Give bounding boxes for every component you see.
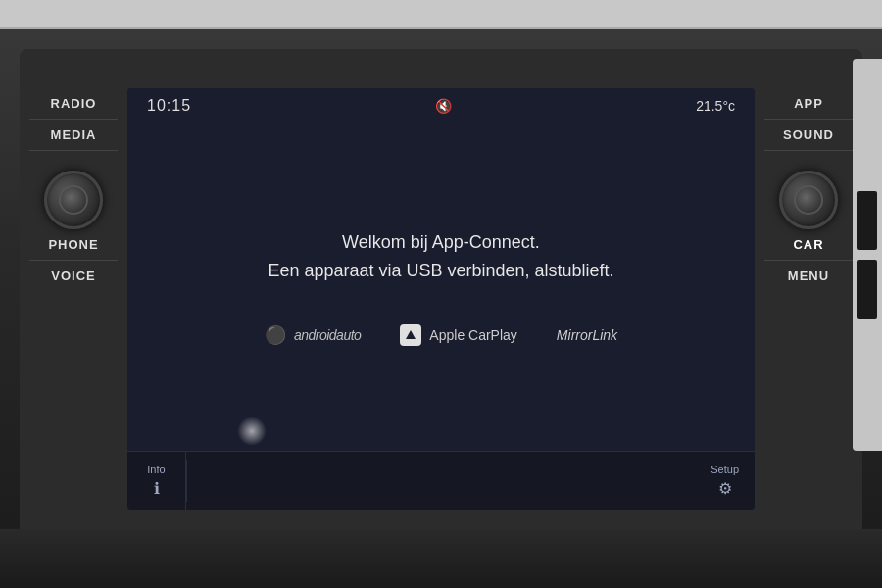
usb-slot: [858, 191, 877, 250]
mirrorlink-label: MirrorLink: [557, 327, 617, 343]
right-side-panel: [853, 59, 882, 451]
android-auto-label: androidauto: [294, 327, 361, 343]
welcome-text: Welkom bij App-Connect. Een apparaat via…: [268, 228, 613, 285]
left-knob[interactable]: [44, 171, 103, 229]
right-controls: APP SOUND CAR MENU: [755, 49, 862, 549]
bottom-spacer: [187, 452, 695, 510]
menu-button[interactable]: MENU: [764, 261, 853, 291]
infotainment-screen: 10:15 🔇 21.5°c Welkom bij App-Connect. E…: [127, 88, 755, 510]
phone-button[interactable]: PHONE: [29, 229, 118, 261]
app-button[interactable]: APP: [764, 88, 853, 120]
android-icon: ⚫: [265, 324, 286, 346]
info-icon: ℹ: [154, 479, 160, 498]
left-knob-container: [44, 171, 103, 229]
screen-bottom-bar: Info ℹ Setup ⚙: [127, 451, 755, 510]
temperature-display: 21.5°c: [696, 98, 735, 114]
info-tab-label: Info: [147, 464, 165, 475]
svg-marker-0: [406, 330, 416, 339]
right-knob[interactable]: [779, 171, 838, 229]
sound-button[interactable]: SOUND: [764, 120, 853, 151]
info-tab[interactable]: Info ℹ: [127, 452, 186, 510]
top-bezel: [0, 0, 882, 29]
setup-icon: ⚙: [718, 479, 732, 498]
welcome-line1: Welkom bij App-Connect.: [268, 228, 613, 257]
media-button[interactable]: MEDIA: [29, 120, 118, 151]
clock-display: 10:15: [147, 97, 191, 115]
carplay-icon: [400, 324, 421, 346]
bottom-bezel: [0, 529, 882, 588]
welcome-line2: Een apparaat via USB verbinden, alstubli…: [268, 257, 613, 285]
right-knob-container: [779, 171, 838, 229]
mute-icon: 🔇: [435, 98, 452, 114]
main-panel: RADIO MEDIA PHONE VOICE 10:15 🔇 21.5°c W…: [20, 49, 862, 549]
apple-carplay-label: Apple CarPlay: [429, 327, 517, 343]
apple-carplay-service: Apple CarPlay: [400, 324, 517, 346]
car-button[interactable]: CAR: [764, 229, 853, 261]
left-controls: RADIO MEDIA PHONE VOICE: [20, 49, 127, 549]
setup-tab[interactable]: Setup ⚙: [695, 452, 755, 510]
mirrorlink-service: MirrorLink: [557, 327, 617, 343]
setup-tab-label: Setup: [710, 464, 739, 475]
right-knob-inner: [794, 185, 823, 215]
screen-header: 10:15 🔇 21.5°c: [127, 88, 755, 123]
car-unit: RADIO MEDIA PHONE VOICE 10:15 🔇 21.5°c W…: [0, 0, 882, 588]
card-slot: [858, 260, 877, 318]
voice-button[interactable]: VOICE: [29, 261, 118, 291]
screen-content: Welkom bij App-Connect. Een apparaat via…: [127, 123, 755, 451]
android-auto-service: ⚫ androidauto: [265, 324, 361, 346]
left-knob-inner: [59, 185, 88, 215]
services-row: ⚫ androidauto Apple CarPlay: [265, 324, 617, 346]
radio-button[interactable]: RADIO: [29, 88, 118, 120]
